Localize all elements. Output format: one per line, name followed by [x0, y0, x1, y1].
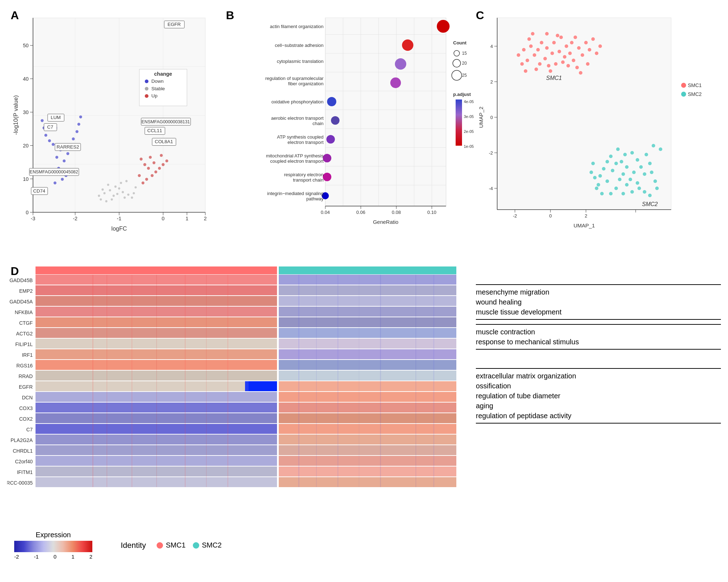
- svg-point-242: [630, 151, 634, 155]
- annotation-group-3: extracellular matrix organization ossifi…: [476, 368, 721, 424]
- svg-point-212: [572, 59, 575, 62]
- svg-rect-381: [433, 275, 434, 487]
- svg-point-195: [552, 41, 556, 44]
- svg-point-148: [390, 77, 401, 88]
- svg-text:25: 25: [462, 73, 467, 78]
- panel-b: B: [222, 7, 472, 256]
- annotation-text-7: ossification: [476, 381, 721, 391]
- svg-point-209: [554, 62, 558, 66]
- svg-point-57: [138, 174, 141, 177]
- svg-text:p.adjust: p.adjust: [453, 92, 471, 97]
- svg-text:RGS16: RGS16: [16, 363, 33, 368]
- annotation-text-3: muscle tissue development: [476, 307, 721, 317]
- svg-point-21: [100, 198, 102, 200]
- svg-point-45: [79, 115, 82, 118]
- svg-rect-380: [415, 275, 416, 487]
- svg-text:EMP2: EMP2: [19, 288, 33, 294]
- svg-text:Up: Up: [151, 93, 157, 98]
- svg-text:SMC2: SMC2: [642, 201, 658, 207]
- svg-point-215: [538, 62, 542, 66]
- svg-point-269: [655, 187, 659, 190]
- svg-text:CHRDL1: CHRDL1: [13, 448, 33, 454]
- svg-point-41: [76, 130, 78, 133]
- svg-point-18: [107, 184, 109, 186]
- svg-text:-2: -2: [513, 213, 517, 219]
- svg-text:RARRES2: RARRES2: [56, 144, 79, 150]
- svg-text:change: change: [154, 71, 172, 77]
- svg-point-204: [574, 36, 577, 39]
- svg-text:-3: -3: [31, 216, 35, 221]
- svg-point-240: [609, 155, 613, 158]
- annotation-text-10: regulation of peptidase activity: [476, 411, 721, 421]
- svg-point-205: [543, 57, 547, 60]
- dot-plot: actin filament organization cell−substra…: [226, 14, 467, 242]
- svg-point-260: [605, 179, 609, 183]
- svg-point-257: [645, 153, 648, 156]
- svg-point-246: [605, 160, 609, 163]
- svg-rect-305: [36, 266, 277, 274]
- svg-rect-361: [279, 445, 456, 455]
- svg-rect-344: [279, 360, 456, 370]
- svg-point-62: [149, 156, 152, 158]
- svg-point-198: [545, 46, 549, 50]
- panel-a: A: [7, 7, 222, 256]
- svg-text:0: 0: [162, 216, 164, 221]
- svg-point-261: [637, 187, 641, 190]
- svg-point-264: [614, 187, 618, 190]
- svg-text:NFKBIA: NFKBIA: [15, 309, 33, 315]
- svg-point-150: [331, 116, 339, 125]
- svg-text:ERCC-00035: ERCC-00035: [7, 480, 33, 486]
- svg-point-152: [323, 154, 331, 162]
- svg-point-53: [151, 174, 153, 177]
- svg-point-147: [395, 58, 406, 70]
- svg-rect-334: [279, 307, 456, 317]
- svg-point-201: [563, 55, 566, 59]
- svg-text:-2: -2: [73, 216, 77, 221]
- svg-point-262: [650, 171, 653, 174]
- svg-text:0: 0: [26, 210, 28, 215]
- svg-text:aerobic electron transport: aerobic electron transport: [271, 115, 324, 121]
- svg-text:15: 15: [462, 51, 467, 56]
- svg-point-24: [133, 192, 135, 194]
- svg-text:0.04: 0.04: [321, 210, 330, 215]
- svg-point-239: [623, 153, 627, 156]
- svg-text:GeneRatio: GeneRatio: [373, 219, 398, 225]
- svg-point-35: [66, 152, 69, 155]
- svg-point-278: [600, 192, 604, 195]
- svg-text:regulation of supramolecular: regulation of supramolecular: [265, 76, 324, 81]
- svg-rect-336: [279, 317, 456, 327]
- svg-rect-359: [279, 435, 456, 444]
- svg-point-121: [145, 80, 148, 83]
- svg-point-235: [524, 69, 527, 73]
- svg-point-275: [648, 194, 652, 197]
- svg-point-247: [632, 171, 636, 174]
- svg-point-13: [109, 189, 111, 191]
- svg-rect-373: [206, 275, 207, 487]
- svg-text:COX3: COX3: [19, 405, 33, 411]
- svg-text:FILIP1L: FILIP1L: [15, 341, 33, 347]
- svg-rect-371: [156, 275, 157, 487]
- legend-item-smc1: SMC1: [157, 541, 186, 549]
- svg-rect-355: [279, 413, 456, 423]
- svg-point-149: [327, 97, 336, 106]
- svg-text:2: 2: [204, 216, 207, 221]
- smc1-label: SMC1: [166, 541, 186, 549]
- svg-point-40: [48, 139, 51, 142]
- svg-point-301: [681, 83, 686, 88]
- svg-text:chain: chain: [313, 121, 324, 126]
- svg-point-33: [63, 160, 66, 162]
- svg-point-9: [113, 195, 115, 197]
- svg-point-230: [595, 52, 598, 55]
- svg-point-249: [639, 165, 643, 169]
- svg-text:20: 20: [462, 61, 467, 66]
- svg-rect-338: [279, 328, 456, 338]
- top-row: A: [7, 7, 721, 256]
- svg-point-203: [540, 41, 543, 44]
- svg-point-54: [141, 182, 144, 184]
- expression-label: Expression: [36, 531, 71, 539]
- svg-point-42: [44, 134, 47, 137]
- svg-point-125: [145, 94, 148, 98]
- annotation-text-4: muscle contraction: [476, 327, 721, 337]
- annotation-text-6: extracellular matrix organization: [476, 371, 721, 381]
- svg-point-245: [636, 158, 639, 162]
